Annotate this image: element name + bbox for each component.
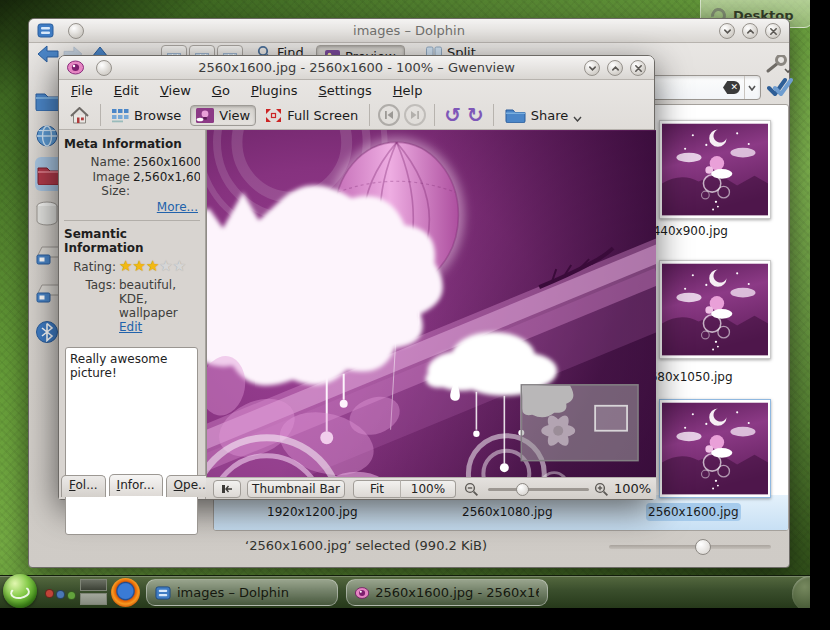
task-gwenview[interactable]: 2560x1600.jpg - 2560x1600	[346, 579, 548, 606]
gwenview-title: 2560x1600.jpg - 2560x1600 - 100% – Gwenv…	[59, 60, 654, 75]
share-folder-icon	[505, 107, 526, 123]
dolphin-titlebar[interactable]: images – Dolphin	[29, 19, 789, 43]
task-dolphin-label: images – Dolphin	[177, 585, 289, 600]
view-button[interactable]: View	[190, 105, 256, 126]
dolphin-maximize-button[interactable]	[742, 23, 758, 39]
icon-zoom-slider-handle[interactable]	[695, 539, 711, 555]
taskbar: images – Dolphin 2560x1600.jpg - 2560x16…	[0, 575, 810, 608]
edit-tags-link[interactable]: Edit	[119, 320, 142, 334]
gwenview-close-button[interactable]	[630, 60, 646, 76]
zoom-100-button[interactable]: 100%	[400, 480, 456, 498]
fullscreen-label: Full Screen	[287, 108, 358, 123]
pager-desktop-1[interactable]	[80, 579, 107, 591]
view-label: View	[219, 108, 250, 123]
quicklaunch-blue-dot[interactable]	[56, 590, 65, 599]
file-label[interactable]: 1440x900.jpg	[645, 224, 728, 238]
star-filled-icon[interactable]: ★	[119, 257, 132, 275]
star-empty-icon[interactable]: ★	[159, 257, 172, 275]
zoom-in-icon[interactable]	[594, 482, 609, 497]
menu-view[interactable]: View	[160, 83, 191, 98]
zoom-out-icon[interactable]	[464, 482, 479, 497]
star-empty-icon[interactable]: ★	[173, 257, 186, 275]
sidebar-separator	[64, 220, 200, 221]
home-button[interactable]	[65, 105, 94, 126]
file-thumbnail-1680x1050[interactable]	[659, 260, 771, 359]
menu-settings[interactable]: Settings	[318, 83, 371, 98]
next-image-button[interactable]	[404, 104, 426, 126]
browse-button[interactable]: Browse	[107, 106, 186, 125]
kickoff-launcher-button[interactable]	[3, 574, 37, 608]
image-size-value: 2,560x1,600	[133, 170, 200, 198]
gwenview-menubar: File Edit View Go Plugins Settings Help	[59, 80, 654, 101]
star-filled-icon[interactable]: ★	[146, 257, 159, 275]
tags-value: beautiful, KDE, wallpaper	[119, 278, 178, 320]
gwenview-bottombar: Thumbnail Bar Fit 100% 100%	[206, 477, 656, 499]
share-label: Share	[531, 108, 569, 123]
menu-help[interactable]: Help	[393, 83, 423, 98]
share-dropdown-chevron-icon	[573, 116, 582, 122]
fullscreen-icon	[265, 108, 282, 123]
file-label[interactable]: 2560x1080.jpg	[462, 505, 553, 519]
share-button[interactable]: Share	[500, 105, 588, 125]
tab-folders[interactable]: Fol...	[61, 475, 106, 497]
quicklaunch-red-dot[interactable]	[45, 589, 54, 598]
name-label: Name:	[64, 155, 130, 169]
thumbnail-bar-button[interactable]: Thumbnail Bar	[247, 480, 345, 498]
dolphin-close-button[interactable]	[765, 23, 781, 39]
task-dolphin-icon	[155, 585, 171, 601]
pan-overview	[521, 385, 638, 461]
fullscreen-button[interactable]: Full Screen	[260, 106, 363, 125]
zoom-slider-handle[interactable]	[516, 483, 529, 496]
file-thumbnail-1440x900[interactable]	[659, 120, 771, 219]
comment-field[interactable]: Really awesome picture!	[65, 347, 198, 535]
apply-filter-check-icon[interactable]	[767, 76, 793, 98]
meta-information-header: Meta Information	[64, 137, 200, 151]
previous-icon	[384, 110, 394, 120]
menu-edit[interactable]: Edit	[114, 83, 139, 98]
toggle-sidebar-icon	[221, 484, 233, 494]
pager-desktop-2[interactable]	[80, 593, 107, 605]
dolphin-minimize-button[interactable]	[719, 23, 735, 39]
quicklaunch-green-dot[interactable]	[67, 591, 76, 600]
toolbar-overflow-wrench-icon[interactable]	[765, 55, 791, 75]
toggle-sidebar-button[interactable]	[213, 480, 241, 498]
clear-input-icon[interactable]	[723, 81, 740, 94]
file-label-selected[interactable]: 2560x1600.jpg	[648, 505, 739, 519]
gwenview-minimize-button[interactable]	[584, 60, 600, 76]
back-button[interactable]	[37, 45, 59, 63]
filter-dropdown-chevron-icon[interactable]	[744, 76, 758, 99]
rotate-left-button[interactable]: ↺	[441, 105, 464, 125]
browse-grid-icon	[112, 108, 129, 123]
file-thumbnail-2560x1600-selected[interactable]	[659, 399, 771, 498]
next-icon	[410, 110, 420, 120]
gwenview-titlebar[interactable]: 2560x1600.jpg - 2560x1600 - 100% – Gwenv…	[59, 56, 654, 80]
rating-label: Rating:	[64, 260, 116, 274]
status-text: ‘2560x1600.jpg’ selected (990.2 KiB)	[245, 538, 487, 553]
zoom-value: 100%	[614, 481, 651, 496]
dolphin-title: images – Dolphin	[29, 23, 789, 38]
file-label[interactable]: 1920x1200.jpg	[267, 505, 358, 519]
icon-zoom-slider[interactable]	[609, 545, 771, 549]
gwenview-maximize-button[interactable]	[607, 60, 623, 76]
view-image-icon	[196, 108, 214, 123]
menu-file[interactable]: File	[71, 83, 93, 98]
rating-stars[interactable]: ★★★★★	[119, 259, 186, 274]
zoom-fit-button[interactable]: Fit	[353, 480, 401, 498]
more-link[interactable]: More...	[157, 200, 198, 214]
image-view[interactable]	[206, 130, 656, 479]
menu-go[interactable]: Go	[212, 83, 230, 98]
semantic-information-header: Semantic Information	[64, 227, 200, 255]
zoom-slider[interactable]	[488, 488, 589, 491]
tab-information[interactable]: Infor...	[109, 474, 163, 496]
screen: Desktop images – Dolphin	[0, 0, 830, 630]
firefox-launcher-icon[interactable]	[111, 578, 140, 607]
rotate-right-button[interactable]: ↻	[464, 105, 487, 125]
browse-label: Browse	[134, 108, 181, 123]
task-gwenview-label: 2560x1600.jpg - 2560x1600	[375, 585, 539, 600]
previous-image-button[interactable]	[378, 104, 400, 126]
sidebar-tabs: Fol... Infor... Ope...	[61, 475, 218, 497]
star-filled-icon[interactable]: ★	[132, 257, 145, 275]
home-icon	[70, 107, 89, 124]
menu-plugins[interactable]: Plugins	[251, 83, 298, 98]
task-dolphin[interactable]: images – Dolphin	[146, 579, 338, 606]
